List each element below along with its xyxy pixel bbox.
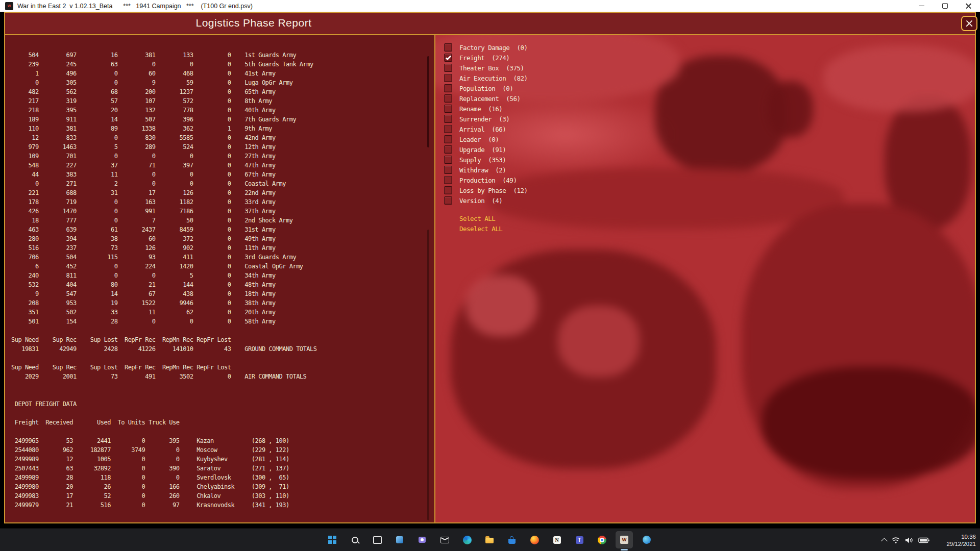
- filter-label: Rename (16): [459, 105, 502, 113]
- taskbar-icon-file-explorer[interactable]: [481, 531, 498, 548]
- filter-item-loss-by-phase[interactable]: Loss by Phase (12): [444, 185, 528, 195]
- paint3d-icon: [643, 536, 651, 544]
- clock[interactable]: 10:36 29/12/2021: [946, 529, 976, 551]
- filter-item-arrival[interactable]: Arrival (66): [444, 124, 528, 134]
- minimize-button[interactable]: [910, 0, 933, 12]
- filter-label: Upgrade (91): [459, 146, 506, 154]
- taskbar-icon-task-view[interactable]: [369, 531, 386, 548]
- checkbox-unchecked[interactable]: [444, 166, 452, 174]
- filter-item-theater-box[interactable]: Theater Box (375): [444, 63, 528, 73]
- edge-icon: [463, 536, 472, 544]
- filter-label: Factory Damage (0): [459, 44, 528, 52]
- checkbox-checked[interactable]: [444, 54, 452, 62]
- filter-panel: Factory Damage (0)Freight (274)Theater B…: [435, 35, 975, 522]
- filter-label: Withdraw (2): [459, 166, 506, 174]
- deselect-all-link[interactable]: Deselect ALL: [459, 225, 502, 235]
- task-view-icon: [373, 536, 382, 544]
- checkbox-unchecked[interactable]: [444, 176, 452, 184]
- filter-label: Supply (353): [459, 156, 506, 164]
- checkbox-unchecked[interactable]: [444, 94, 452, 103]
- select-all-link[interactable]: Select ALL: [459, 215, 502, 225]
- close-report-button[interactable]: [961, 16, 977, 31]
- filter-item-withdraw[interactable]: Withdraw (2): [444, 165, 528, 175]
- filter-label: Replacement (56): [459, 95, 520, 103]
- filter-item-production[interactable]: Production (49): [444, 175, 528, 185]
- filter-item-factory-damage[interactable]: Factory Damage (0): [444, 42, 528, 53]
- minimize-icon: [919, 6, 924, 7]
- scrollbar-thumb[interactable]: [427, 56, 429, 147]
- filter-item-freight[interactable]: Freight (274): [444, 53, 528, 63]
- battery-icon[interactable]: [918, 537, 929, 543]
- checkbox-unchecked[interactable]: [444, 43, 452, 52]
- checkbox-unchecked[interactable]: [444, 125, 452, 133]
- filter-label: Freight (274): [459, 54, 509, 62]
- os-titlebar: W War in the East 2 v 1.02.13_Beta *** 1…: [0, 0, 980, 12]
- filter-item-replacement[interactable]: Replacement (56): [444, 93, 528, 104]
- filter-item-air-execution[interactable]: Air Execution (82): [444, 73, 528, 83]
- game-window: Logistics Phase Report 504 697 16 381 13…: [4, 12, 976, 523]
- page-title: Logistics Phase Report: [75, 17, 432, 29]
- search-icon: [352, 537, 358, 543]
- close-window-button[interactable]: [957, 0, 980, 12]
- checkbox-unchecked[interactable]: [444, 74, 452, 82]
- wifi-icon[interactable]: [891, 537, 900, 544]
- system-tray: [882, 529, 929, 551]
- filter-item-upgrade[interactable]: Upgrade (91): [444, 144, 528, 155]
- filter-label: Surrender (3): [459, 115, 509, 123]
- taskbar-icon-edge[interactable]: [458, 531, 476, 548]
- scrollbar-track[interactable]: [427, 230, 429, 520]
- report-text: 504 697 16 381 133 0 1st Guards Army 239…: [11, 51, 317, 510]
- restore-button[interactable]: [933, 0, 957, 12]
- taskbar-icon-search[interactable]: [346, 531, 363, 548]
- filter-item-population[interactable]: Population (0): [444, 83, 528, 93]
- tray-time: 10:36: [946, 533, 976, 540]
- chrome-icon: [598, 536, 606, 544]
- taskbar: NTW 10:36 29/12/2021: [0, 528, 980, 551]
- checkbox-unchecked[interactable]: [444, 105, 452, 113]
- chat-icon: [419, 537, 426, 543]
- volume-icon[interactable]: [905, 537, 914, 544]
- filter-label: Leader (0): [459, 136, 499, 143]
- taskbar-icon-wite2[interactable]: W: [616, 531, 633, 548]
- filter-label: Version (4): [459, 197, 502, 205]
- taskbar-icon-firefox[interactable]: [526, 531, 543, 548]
- taskbar-icon-widgets[interactable]: [391, 531, 408, 548]
- file-explorer-icon: [485, 538, 494, 543]
- filter-item-rename[interactable]: Rename (16): [444, 104, 528, 114]
- checkbox-unchecked[interactable]: [444, 145, 452, 154]
- tray-date: 29/12/2021: [946, 540, 976, 547]
- filter-item-supply[interactable]: Supply (353): [444, 155, 528, 165]
- taskbar-icon-teams[interactable]: T: [571, 531, 588, 548]
- taskbar-icon-chrome[interactable]: [593, 531, 610, 548]
- taskbar-icon-paint3d[interactable]: [638, 531, 655, 548]
- filter-label: Arrival (66): [459, 126, 506, 133]
- taskbar-icons: NTW: [324, 531, 655, 548]
- checkbox-unchecked[interactable]: [444, 64, 452, 72]
- restore-icon: [942, 3, 948, 9]
- filter-item-leader[interactable]: Leader (0): [444, 134, 528, 144]
- widgets-icon: [396, 536, 403, 543]
- taskbar-icon-store[interactable]: [503, 531, 521, 548]
- checkbox-unchecked[interactable]: [444, 156, 452, 164]
- firefox-icon: [530, 536, 539, 544]
- checkbox-unchecked[interactable]: [444, 196, 452, 205]
- store-icon: [508, 539, 516, 544]
- checkbox-unchecked[interactable]: [444, 186, 452, 194]
- filter-label: Population (0): [459, 85, 513, 92]
- filter-item-surrender[interactable]: Surrender (3): [444, 114, 528, 124]
- checkbox-unchecked[interactable]: [444, 84, 452, 92]
- taskbar-icon-notion[interactable]: N: [548, 531, 566, 548]
- checkbox-unchecked[interactable]: [444, 135, 452, 143]
- app-icon: W: [5, 2, 13, 10]
- checkbox-unchecked[interactable]: [444, 115, 452, 123]
- filter-item-version[interactable]: Version (4): [444, 195, 528, 206]
- taskbar-icon-mail[interactable]: [436, 531, 453, 548]
- filter-list: Factory Damage (0)Freight (274)Theater B…: [444, 42, 528, 206]
- taskbar-icon-chat[interactable]: [413, 531, 431, 548]
- start-icon: [328, 536, 332, 539]
- tray-chevron-icon[interactable]: [881, 538, 888, 544]
- taskbar-icon-start[interactable]: [324, 531, 341, 548]
- report-panel: 504 697 16 381 133 0 1st Guards Army 239…: [5, 35, 435, 522]
- filter-label: Theater Box (375): [459, 64, 524, 72]
- report-header: Logistics Phase Report: [5, 13, 975, 35]
